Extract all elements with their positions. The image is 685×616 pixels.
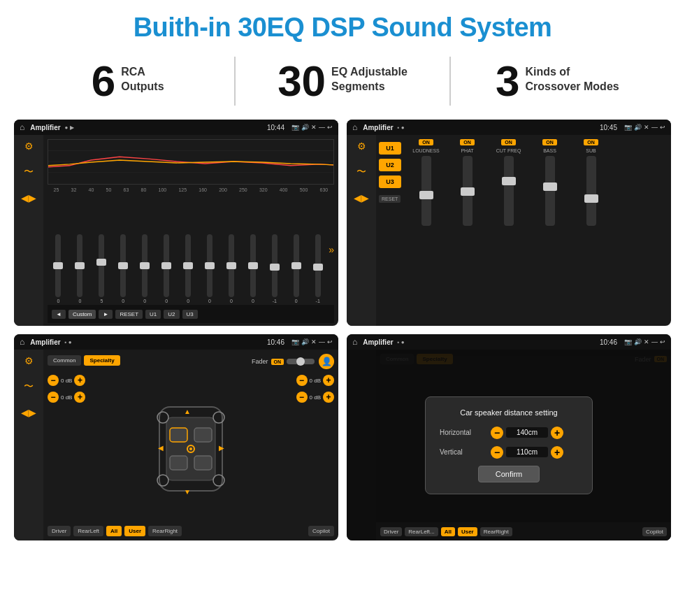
- s4-all-btn[interactable]: All: [441, 527, 455, 536]
- eq-track-12[interactable]: [294, 234, 299, 297]
- s4-copilot-btn[interactable]: Copilot: [642, 527, 667, 536]
- eq-reset-btn[interactable]: RESET: [115, 310, 143, 319]
- eq-thumb-5[interactable]: [140, 262, 150, 269]
- eq-thumb-3[interactable]: [96, 259, 106, 266]
- sp-vol-icon[interactable]: ◀▶: [21, 407, 36, 418]
- confirm-button[interactable]: Confirm: [478, 466, 540, 482]
- sub-fader[interactable]: [586, 156, 596, 226]
- eq-u3-btn[interactable]: U3: [182, 310, 198, 319]
- eq-thumb-1[interactable]: [53, 262, 63, 269]
- sp-fr-plus[interactable]: +: [323, 375, 334, 386]
- loudness-thumb[interactable]: [419, 191, 433, 199]
- amp-u1-btn[interactable]: U1: [379, 142, 401, 155]
- eq-track-5[interactable]: [142, 234, 147, 297]
- eq-wave-icon[interactable]: 〜: [24, 166, 34, 178]
- close-icon-2[interactable]: ✕: [644, 124, 649, 131]
- phat-toggle[interactable]: ON: [460, 139, 475, 145]
- sp-rr-plus[interactable]: +: [323, 392, 334, 403]
- sp-fl-minus[interactable]: −: [48, 375, 59, 386]
- eq-thumb-8[interactable]: [205, 262, 215, 269]
- s4-user-btn[interactable]: User: [458, 527, 477, 536]
- sp-copilot-btn[interactable]: Copilot: [308, 526, 334, 536]
- home-icon-2[interactable]: ⌂: [352, 122, 357, 132]
- eq-u2-btn[interactable]: U2: [164, 310, 179, 319]
- eq-play-btn[interactable]: ►: [99, 310, 113, 319]
- sub-toggle[interactable]: ON: [584, 139, 598, 145]
- home-icon-4[interactable]: ⌂: [352, 337, 357, 347]
- home-icon-3[interactable]: ⌂: [20, 337, 24, 347]
- minimize-icon-1[interactable]: —: [319, 124, 325, 131]
- sp-driver-btn[interactable]: Driver: [48, 526, 71, 536]
- sp-tab-common[interactable]: Common: [48, 355, 81, 366]
- eq-thumb-11[interactable]: [270, 264, 280, 271]
- back-icon-3[interactable]: ↩: [327, 338, 333, 345]
- eq-track-2[interactable]: [77, 234, 82, 297]
- horizontal-minus-btn[interactable]: −: [491, 427, 503, 439]
- amp-u3-btn[interactable]: U3: [379, 176, 401, 188]
- sp-rearleft-btn[interactable]: RearLeft: [73, 526, 103, 536]
- eq-thumb-12[interactable]: [291, 262, 301, 269]
- back-icon-4[interactable]: ↩: [660, 338, 665, 345]
- home-icon-1[interactable]: ⌂: [20, 122, 24, 132]
- sp-tab-specialty[interactable]: Specialty: [84, 355, 120, 366]
- amp-reset-btn[interactable]: RESET: [379, 195, 401, 203]
- eq-thumb-6[interactable]: [161, 262, 171, 269]
- eq-prev-btn[interactable]: ◄: [52, 310, 66, 319]
- bass-fader[interactable]: [545, 156, 555, 226]
- eq-custom-btn[interactable]: Custom: [68, 310, 96, 319]
- close-icon-4[interactable]: ✕: [644, 338, 649, 345]
- back-icon-2[interactable]: ↩: [660, 124, 665, 131]
- vertical-minus-btn[interactable]: −: [491, 446, 503, 459]
- close-icon-1[interactable]: ✕: [311, 124, 317, 131]
- sub-thumb[interactable]: [584, 194, 598, 203]
- sp-rl-minus[interactable]: −: [48, 392, 59, 403]
- horizontal-plus-btn[interactable]: +: [551, 427, 563, 439]
- amp-filter-icon[interactable]: ⚙: [357, 141, 366, 152]
- sp-user-btn[interactable]: User: [124, 526, 145, 536]
- eq-track-7[interactable]: [185, 234, 191, 297]
- sp-fl-plus[interactable]: +: [74, 375, 85, 386]
- fader-knob[interactable]: [296, 357, 305, 366]
- close-icon-3[interactable]: ✕: [311, 338, 317, 345]
- back-icon-1[interactable]: ↩: [327, 124, 333, 131]
- fader-track[interactable]: [287, 359, 315, 364]
- eq-thumb-7[interactable]: [183, 262, 193, 269]
- bass-thumb[interactable]: [543, 182, 557, 191]
- amp-u2-btn[interactable]: U2: [379, 159, 401, 171]
- sp-all-btn[interactable]: All: [106, 526, 122, 536]
- more-icon[interactable]: »: [329, 244, 334, 255]
- eq-track-3[interactable]: [99, 234, 104, 297]
- eq-thumb-13[interactable]: [313, 264, 323, 271]
- cutfreq-toggle[interactable]: ON: [501, 139, 516, 145]
- minimize-icon-2[interactable]: —: [651, 124, 658, 131]
- eq-thumb-10[interactable]: [248, 262, 258, 269]
- amp-vol-icon[interactable]: ◀▶: [354, 192, 369, 203]
- eq-thumb-4[interactable]: [118, 262, 128, 269]
- s4-driver-btn[interactable]: Driver: [380, 527, 402, 536]
- vertical-plus-btn[interactable]: +: [551, 446, 563, 459]
- eq-filter-icon[interactable]: ⚙: [24, 141, 34, 152]
- profile-icon[interactable]: 👤: [319, 354, 334, 369]
- eq-track-13[interactable]: [315, 234, 321, 297]
- phat-fader[interactable]: [463, 156, 473, 226]
- phat-thumb[interactable]: [461, 187, 475, 196]
- eq-track-10[interactable]: [250, 234, 256, 297]
- eq-volume-icon[interactable]: ◀▶: [21, 192, 36, 203]
- eq-thumb-2[interactable]: [75, 262, 85, 269]
- eq-u1-btn[interactable]: U1: [145, 310, 161, 319]
- eq-track-8[interactable]: [207, 234, 212, 297]
- minimize-icon-4[interactable]: —: [651, 338, 658, 345]
- sp-filter-icon[interactable]: ⚙: [24, 355, 34, 366]
- loudness-toggle[interactable]: ON: [419, 139, 433, 145]
- eq-thumb-9[interactable]: [226, 262, 236, 269]
- loudness-fader[interactable]: [421, 156, 431, 226]
- cutfreq-thumb[interactable]: [502, 177, 516, 185]
- minimize-icon-3[interactable]: —: [319, 338, 325, 345]
- fader-toggle[interactable]: ON: [271, 359, 284, 365]
- s4-rearright-btn[interactable]: RearRight: [480, 527, 512, 536]
- eq-track-6[interactable]: [164, 234, 169, 297]
- sp-rl-plus[interactable]: +: [74, 392, 85, 403]
- sp-wave-icon[interactable]: 〜: [24, 380, 34, 393]
- sp-fr-minus[interactable]: −: [296, 375, 308, 386]
- sp-rr-minus[interactable]: −: [296, 392, 308, 403]
